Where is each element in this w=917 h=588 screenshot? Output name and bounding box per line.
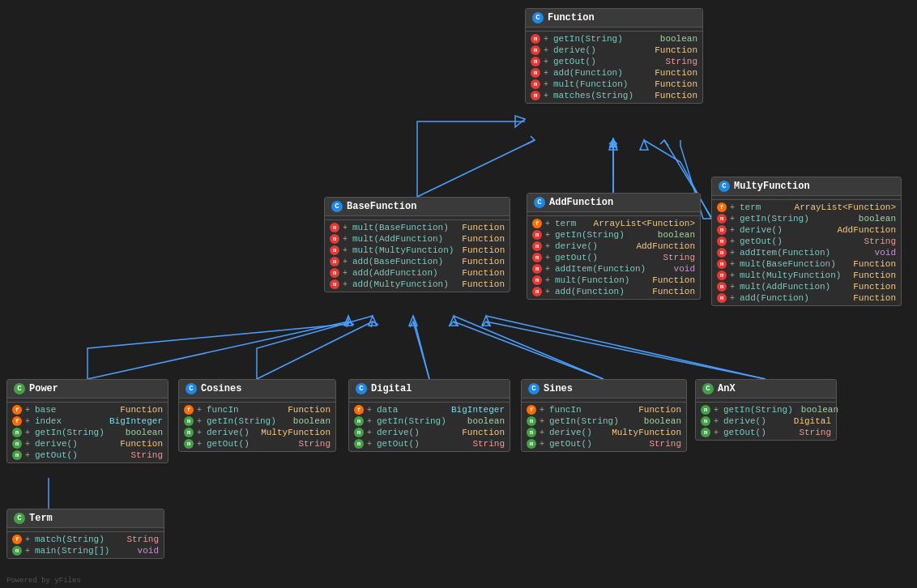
member-visibility: + — [343, 224, 349, 232]
member-visibility: + — [367, 417, 373, 426]
uml-row: m+addItem(Function)void — [527, 263, 700, 275]
svg-marker-0 — [609, 138, 617, 147]
member-type: void — [674, 264, 695, 274]
uml-row: m+mult(AddFunction)Function — [325, 233, 510, 245]
member-icon: m — [12, 439, 22, 449]
uml-body-multyfunction: f+termArrayList<Function>m+getIn(String)… — [712, 196, 901, 305]
uml-box-basefunction[interactable]: CBaseFunctionm+mult(BaseFunction)Functio… — [324, 197, 510, 292]
member-name: getOut() — [35, 450, 122, 460]
class-title: Cosines — [201, 383, 241, 394]
member-visibility: + — [545, 265, 552, 274]
uml-box-cosines[interactable]: CCosinesf+funcInFunctionm+getIn(String)b… — [178, 379, 336, 452]
member-icon: m — [531, 45, 540, 55]
member-visibility: + — [343, 246, 349, 255]
uml-row: m+mult(Function)Function — [526, 79, 702, 90]
class-title: Term — [29, 513, 53, 524]
uml-box-function[interactable]: CFunctionm+getIn(String)booleanm+derive(… — [525, 8, 703, 104]
member-type: String — [298, 439, 331, 449]
member-name: getOut() — [377, 439, 464, 449]
uml-header-power: CPower — [7, 380, 168, 398]
class-icon: C — [14, 513, 25, 524]
svg-marker-8 — [482, 316, 490, 326]
member-name: add(Function) — [740, 293, 845, 303]
member-name: addItem(Function) — [740, 248, 867, 258]
member-type: String — [663, 253, 695, 262]
member-visibility: + — [544, 92, 550, 100]
member-visibility: + — [714, 428, 720, 437]
uml-row: m+add(Function)Function — [526, 67, 702, 79]
member-name: add(BaseFunction) — [352, 257, 454, 266]
member-name: getOut() — [723, 428, 791, 437]
member-icon: m — [717, 236, 727, 246]
svg-line-14 — [413, 322, 429, 379]
svg-line-13 — [257, 322, 373, 379]
member-type: Function — [462, 279, 505, 289]
member-name: index — [35, 416, 101, 426]
member-visibility: + — [545, 276, 552, 285]
uml-header-sines: CSines — [522, 380, 686, 398]
member-visibility: + — [545, 242, 552, 251]
member-icon: m — [527, 439, 536, 449]
member-icon: m — [532, 230, 542, 240]
uml-body-digital: f+dataBigIntegerm+getIn(String)booleanm+… — [349, 398, 510, 451]
member-name: derive() — [35, 439, 112, 449]
member-visibility: + — [540, 428, 546, 437]
uml-row: m+getIn(String)boolean — [7, 427, 168, 438]
svg-marker-6 — [409, 316, 417, 326]
uml-body-sines: f+funcInFunctionm+getIn(String)booleanm+… — [522, 398, 686, 451]
member-icon: f — [354, 405, 364, 415]
class-icon: C — [331, 201, 343, 212]
class-title: AnX — [718, 383, 736, 394]
member-visibility: + — [545, 254, 552, 262]
uml-box-anx[interactable]: CAnXm+getIn(String)booleanm+derive()Digi… — [695, 379, 837, 441]
uml-row: m+getIn(String)boolean — [179, 415, 335, 427]
member-icon: m — [330, 234, 339, 244]
member-type: Function — [462, 245, 505, 255]
member-visibility: + — [540, 440, 546, 449]
uml-row: m+main(String[])void — [7, 545, 164, 556]
member-type: AddFunction — [837, 225, 896, 235]
member-visibility: + — [197, 440, 203, 449]
uml-box-term[interactable]: CTermf+match(String)Stringm+main(String[… — [6, 509, 164, 559]
member-icon: m — [532, 287, 542, 296]
member-name: getIn(String) — [740, 214, 851, 224]
member-type: boolean — [467, 416, 505, 426]
uml-box-digital[interactable]: CDigitalf+dataBigIntegerm+getIn(String)b… — [348, 379, 510, 452]
member-icon: f — [12, 535, 22, 544]
svg-line-9 — [417, 140, 535, 197]
uml-box-sines[interactable]: CSinesf+funcInFunctionm+getIn(String)boo… — [521, 379, 687, 452]
member-type: String — [126, 535, 159, 544]
class-title: BaseFunction — [347, 201, 416, 212]
class-icon: C — [14, 383, 25, 394]
uml-body-term: f+match(String)Stringm+main(String[])voi… — [7, 528, 164, 558]
uml-row: f+funcInFunction — [522, 404, 686, 415]
member-type: boolean — [660, 34, 697, 44]
member-type: Function — [853, 293, 896, 303]
member-visibility: + — [730, 215, 736, 224]
uml-header-basefunction: CBaseFunction — [325, 198, 510, 216]
svg-marker-5 — [369, 316, 377, 326]
uml-row: m+addItem(Function)void — [712, 247, 901, 258]
uml-row: m+add(MultyFunction)Function — [325, 279, 510, 290]
member-type: String — [649, 439, 681, 449]
member-name: getIn(String) — [555, 230, 650, 240]
member-name: getIn(String) — [723, 405, 793, 415]
uml-row: m+add(AddFunction)Function — [325, 267, 510, 279]
member-icon: m — [531, 91, 540, 100]
svg-marker-1 — [515, 116, 525, 127]
uml-row: m+getOut()String — [179, 438, 335, 450]
member-visibility: + — [730, 249, 736, 258]
member-type: void — [138, 546, 159, 556]
uml-row: m+derive()Function — [7, 438, 168, 450]
member-name: mult(AddFunction) — [740, 282, 845, 292]
member-visibility: + — [544, 58, 550, 66]
uml-body-cosines: f+funcInFunctionm+getIn(String)booleanm+… — [179, 398, 335, 451]
member-type: Function — [462, 257, 505, 266]
uml-box-power[interactable]: CPowerf+baseFunctionf+indexBigIntegerm+g… — [6, 379, 168, 463]
uml-box-addfunction[interactable]: CAddFunctionf+termArrayList<Function>m+g… — [527, 193, 701, 300]
class-icon: C — [702, 383, 714, 394]
class-title: Sines — [544, 383, 573, 394]
member-visibility: + — [540, 417, 546, 426]
uml-box-multyfunction[interactable]: CMultyFunctionf+termArrayList<Function>m… — [711, 177, 902, 306]
member-type: boolean — [658, 230, 695, 240]
